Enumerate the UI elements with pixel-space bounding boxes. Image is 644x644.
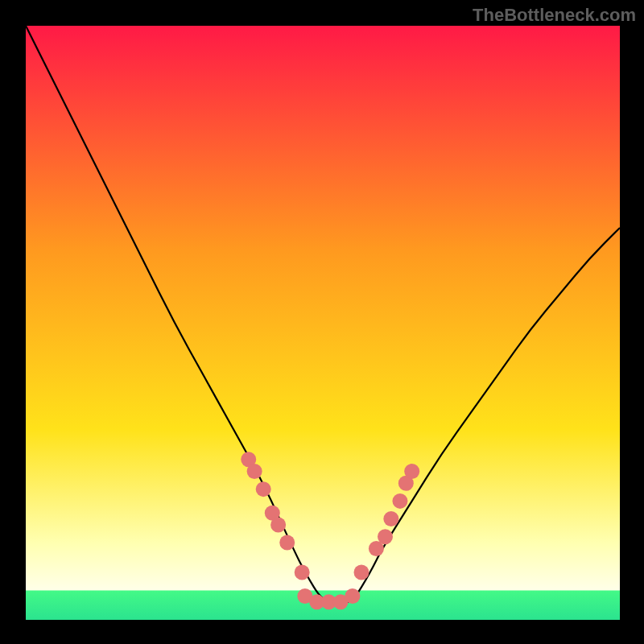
data-marker	[392, 493, 407, 509]
data-marker	[345, 588, 360, 604]
gradient-background	[26, 26, 620, 620]
bottleneck-curve-chart	[26, 26, 620, 620]
branding-watermark: TheBottleneck.com	[473, 5, 636, 26]
data-marker	[295, 564, 310, 580]
data-marker	[247, 464, 262, 479]
data-marker	[279, 535, 295, 551]
data-marker	[378, 529, 393, 544]
chart-container: TheBottleneck.com	[0, 0, 644, 644]
plot-area	[26, 26, 620, 620]
data-marker	[270, 517, 286, 532]
data-marker	[256, 481, 271, 497]
data-marker	[404, 464, 419, 479]
data-marker	[353, 564, 369, 580]
data-marker	[383, 511, 398, 526]
